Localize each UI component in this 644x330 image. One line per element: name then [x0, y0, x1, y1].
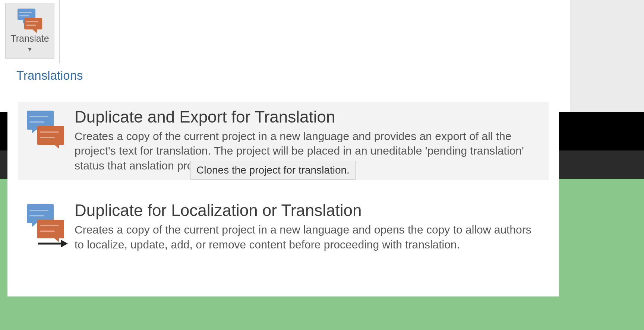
toolbar: Translate ▼	[0, 0, 60, 63]
translate-icon	[27, 111, 68, 148]
menu-item-title: Duplicate for Localization or Translatio…	[75, 201, 540, 220]
dropdown-section-header: Translations	[13, 69, 554, 88]
translate-icon	[18, 9, 42, 29]
menu-item-description: Creates a copy of the current project in…	[75, 222, 540, 252]
translate-button[interactable]: Translate ▼	[5, 3, 54, 59]
translate-button-label: Translate	[10, 33, 49, 44]
chevron-down-icon: ▼	[27, 46, 33, 53]
translate-localize-icon	[27, 204, 68, 241]
tooltip: Clones the project for translation.	[190, 161, 356, 180]
svg-marker-1	[61, 240, 68, 247]
menu-item-duplicate-localize[interactable]: Duplicate for Localization or Translatio…	[18, 195, 549, 259]
arrow-right-icon	[38, 240, 68, 247]
menu-item-title: Duplicate and Export for Translation	[75, 108, 540, 127]
menu-item-text: Duplicate for Localization or Translatio…	[75, 201, 540, 252]
